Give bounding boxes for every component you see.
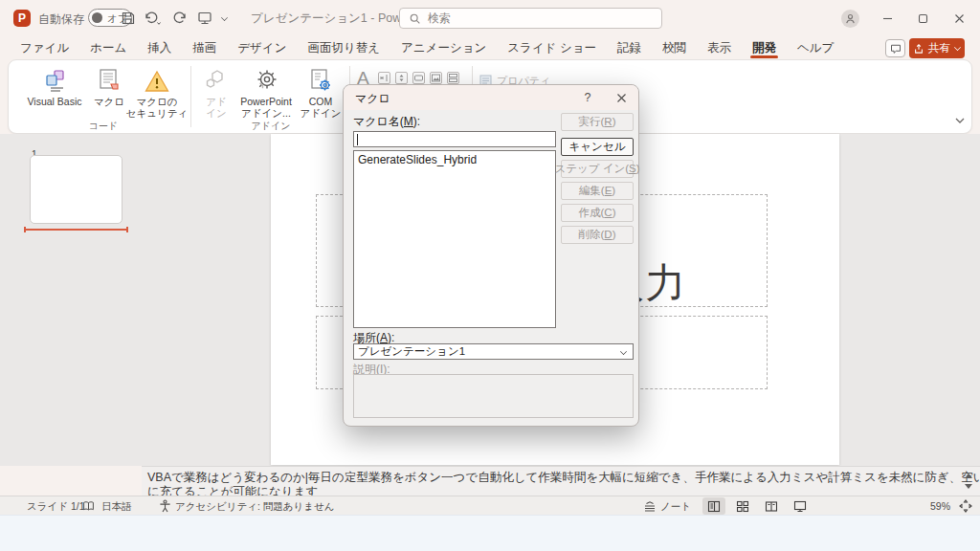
macro-list-item[interactable]: GenerateSlides_Hybrid xyxy=(354,151,555,168)
add-ins-group-label: アドイン xyxy=(198,120,344,133)
fit-slide-icon[interactable] xyxy=(959,499,972,513)
start-presentation-icon[interactable] xyxy=(197,11,214,26)
search-icon xyxy=(409,12,421,25)
slide-sorter-icon xyxy=(736,500,749,513)
tab-slideshow[interactable]: スライド ショー xyxy=(497,36,607,59)
powerpoint-add-ins-button[interactable]: PowerPointアドイン... xyxy=(236,64,296,127)
hexagons-icon xyxy=(204,64,229,93)
powerpoint-window: P 自動保存 オフ プレゼンテーション1 - Power… 検索 xyxy=(0,0,980,551)
reading-view-button[interactable] xyxy=(760,497,783,515)
tab-file[interactable]: ファイル xyxy=(10,36,79,59)
location-dropdown[interactable]: プレゼンテーション1 xyxy=(353,343,634,360)
slide-insert-indicator xyxy=(24,229,128,231)
tab-insert[interactable]: 挿入 xyxy=(137,36,182,59)
document-title: プレゼンテーション1 - Power… xyxy=(251,11,424,27)
notes-text: VBAで業務はどう変わるのか|毎日の定型業務をボタン一つで自動化して作業時間を大… xyxy=(147,471,956,496)
macro-dialog: マクロ ? マクロ名(M): GenerateSlides_Hybrid 実行(… xyxy=(343,84,639,427)
title-bar: P 自動保存 オフ プレゼンテーション1 - Power… 検索 xyxy=(0,0,980,36)
notes-scroll-down-icon[interactable] xyxy=(965,484,972,489)
macro-name-label: マクロ名(M): xyxy=(353,114,420,130)
undo-icon[interactable] xyxy=(144,11,161,26)
dialog-help-button[interactable]: ? xyxy=(579,89,596,106)
tab-review[interactable]: 校閲 xyxy=(652,36,697,59)
description-box xyxy=(353,374,634,418)
comment-icon xyxy=(890,43,902,55)
search-placeholder: 検索 xyxy=(428,11,451,27)
tab-help[interactable]: ヘルプ xyxy=(787,36,844,59)
com-add-in-icon xyxy=(308,64,333,93)
macro-icon xyxy=(98,64,121,93)
step-into-button: ステップ イン(S) xyxy=(561,160,634,178)
visual-basic-button[interactable]: Visual Basic xyxy=(22,64,87,127)
tab-transitions[interactable]: 画面切り替え xyxy=(297,36,390,59)
comments-button[interactable] xyxy=(885,39,905,57)
textbox-control-icon[interactable] xyxy=(378,72,390,84)
slideshow-icon xyxy=(793,500,807,513)
cancel-button[interactable]: キャンセル xyxy=(561,138,634,156)
maximize-button[interactable] xyxy=(911,8,934,29)
tab-developer[interactable]: 開発 xyxy=(742,36,787,59)
notes-toggle-icon xyxy=(643,500,657,513)
tab-home[interactable]: ホーム xyxy=(79,36,137,59)
ribbon-tabs-row: ファイル ホーム 挿入 描画 デザイン 画面切り替え アニメーション スライド … xyxy=(0,36,980,59)
notes-pane[interactable]: VBAで業務はどう変わるのか|毎日の定型業務をボタン一つで自動化して作業時間を大… xyxy=(142,466,980,496)
slide-sorter-view-button[interactable] xyxy=(731,497,754,515)
reading-view-icon xyxy=(765,500,778,513)
location-value: プレゼンテーション1 xyxy=(358,344,465,359)
zoom-level[interactable]: 59% xyxy=(930,500,950,512)
edit-button: 編集(E) xyxy=(561,182,634,200)
close-button[interactable] xyxy=(947,8,970,29)
tab-draw[interactable]: 描画 xyxy=(182,36,227,59)
dialog-title: マクロ xyxy=(355,91,390,107)
powerpoint-logo-icon: P xyxy=(13,10,31,27)
macro-security-button[interactable]: マクロのセキュリティ xyxy=(129,64,185,127)
slide-indicator: スライド 1/1 xyxy=(27,500,85,514)
add-ins-button: アドイン xyxy=(198,64,234,127)
run-button: 実行(R) xyxy=(561,113,634,131)
share-icon xyxy=(913,43,924,55)
tab-record[interactable]: 記録 xyxy=(607,36,652,59)
dialog-title-bar[interactable]: マクロ ? xyxy=(344,85,638,110)
accessibility-status[interactable]: アクセシビリティ: 問題ありません xyxy=(175,500,335,514)
text-caret xyxy=(357,134,358,145)
macro-name-input[interactable] xyxy=(353,131,556,147)
share-label: 共有 xyxy=(928,41,950,55)
tab-animations[interactable]: アニメーション xyxy=(390,36,497,59)
normal-view-button[interactable] xyxy=(702,497,725,515)
warning-triangle-icon xyxy=(145,64,169,93)
save-icon[interactable] xyxy=(121,11,138,26)
create-button: 作成(C) xyxy=(561,204,634,222)
redo-icon[interactable] xyxy=(172,11,189,26)
code-group-label: コード xyxy=(22,120,185,133)
minimize-button[interactable] xyxy=(876,8,899,29)
windows-taskbar: 2 8°C 晴れ xyxy=(0,515,980,551)
dialog-close-button[interactable] xyxy=(612,89,631,106)
tab-design[interactable]: デザイン xyxy=(227,36,297,59)
macros-button[interactable]: マクロ xyxy=(89,64,129,127)
toggle-knob-icon xyxy=(92,12,102,23)
share-button[interactable]: 共有 xyxy=(909,38,965,58)
notes-scroll-up-icon[interactable] xyxy=(965,474,972,478)
group-control-icon[interactable] xyxy=(447,72,459,84)
accessibility-icon xyxy=(159,499,171,513)
normal-view-icon xyxy=(707,500,721,513)
macro-list[interactable]: GenerateSlides_Hybrid xyxy=(353,150,556,328)
spin-control-icon[interactable] xyxy=(395,72,408,84)
autosave-label: 自動保存 xyxy=(38,11,84,28)
gear-icon xyxy=(254,64,279,93)
slideshow-view-button[interactable] xyxy=(789,497,812,515)
button-control-icon[interactable] xyxy=(412,72,425,84)
collapse-ribbon-icon[interactable] xyxy=(954,116,966,125)
image-control-icon[interactable] xyxy=(430,72,442,84)
quick-access-caret-icon[interactable] xyxy=(221,14,238,30)
notes-toggle-button[interactable]: ノート xyxy=(660,500,691,514)
search-input[interactable]: 検索 xyxy=(399,8,662,29)
visual-basic-icon xyxy=(42,64,67,93)
language-indicator[interactable]: 日本語 xyxy=(101,500,132,514)
proofing-book-icon[interactable] xyxy=(82,500,95,512)
tab-view[interactable]: 表示 xyxy=(697,36,742,59)
com-add-ins-button[interactable]: COMアドイン xyxy=(298,64,344,127)
chevron-down-icon xyxy=(620,348,627,355)
account-avatar[interactable] xyxy=(841,10,859,28)
slide-thumbnail[interactable] xyxy=(30,155,122,224)
